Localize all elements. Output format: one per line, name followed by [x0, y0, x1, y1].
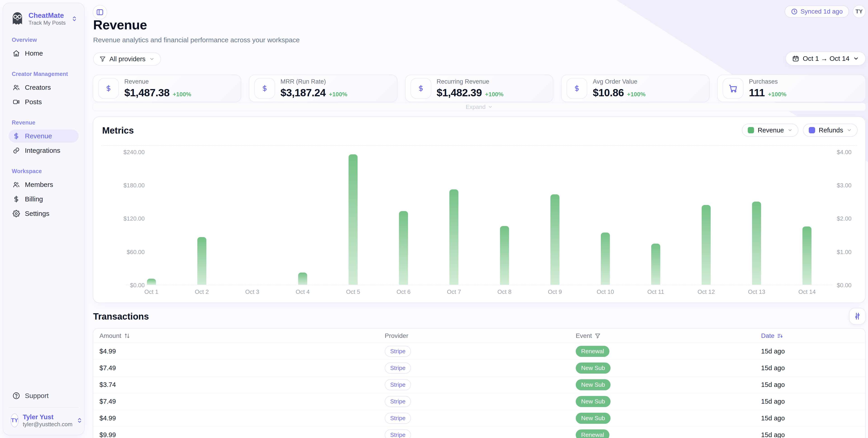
metrics-title: Metrics: [102, 125, 134, 135]
revenue-swatch-icon: [748, 127, 754, 133]
dollar-icon: [254, 78, 275, 99]
provider-filter-label: All providers: [110, 55, 146, 63]
revenue-dashboard: CheatMate Track My Posts OverviewHomeCre…: [0, 0, 868, 438]
table-row[interactable]: $9.99StripeRenewal15d ago: [93, 427, 865, 438]
event-cell: New Sub: [576, 379, 761, 390]
dollar-icon: [566, 78, 587, 99]
sidebar-item-revenue[interactable]: Revenue: [8, 129, 79, 143]
provider-filter-dropdown[interactable]: All providers: [93, 53, 161, 66]
revenue-bar-oct-1[interactable]: [147, 279, 156, 285]
user-menu[interactable]: TY Tyler Yust tyler@yusttech.com: [8, 407, 79, 429]
sidebar-item-integrations[interactable]: Integrations: [8, 144, 79, 157]
sidebar-item-settings[interactable]: Settings: [8, 207, 79, 220]
stat-value-row: $10.86+100%: [593, 87, 645, 99]
revenue-bar-oct-9[interactable]: [550, 194, 559, 285]
stat-card-recurring-revenue[interactable]: Recurring Revenue$1,482.39+100%: [405, 74, 554, 102]
table-settings-button[interactable]: [849, 308, 866, 324]
event-badge: New Sub: [576, 363, 611, 374]
y-axis-tick: $4.00: [837, 149, 857, 156]
expand-stats-button[interactable]: Expand: [93, 103, 866, 111]
sidebar-item-posts[interactable]: Posts: [8, 95, 79, 108]
date-cell: 15d ago: [761, 431, 865, 438]
stat-delta-badge: +100%: [485, 91, 504, 98]
sort-up-down-icon: [124, 333, 130, 339]
synced-status-pill[interactable]: Synced 1d ago: [784, 5, 849, 18]
chevrons-up-down-icon: [76, 417, 83, 423]
revenue-bar-oct-12[interactable]: [702, 205, 711, 285]
series-selector-revenue[interactable]: Revenue: [742, 124, 798, 137]
date-range-picker[interactable]: Oct 1 → Oct 14: [785, 52, 866, 66]
stat-body: Recurring Revenue$1,482.39+100%: [437, 78, 504, 99]
amount-cell: $4.99: [99, 414, 385, 422]
chart-slot-oct-13: Oct 13: [732, 152, 782, 285]
table-row[interactable]: $7.49StripeNew Sub15d ago: [93, 393, 865, 410]
expand-label: Expand: [466, 103, 486, 111]
revenue-bar-oct-10[interactable]: [601, 232, 610, 285]
sidebar-item-billing[interactable]: Billing: [8, 193, 79, 206]
provider-badge[interactable]: Stripe: [385, 363, 411, 374]
column-header-event[interactable]: Event: [576, 332, 761, 340]
sidebar-item-home[interactable]: Home: [8, 47, 79, 60]
revenue-bar-oct-8[interactable]: [500, 226, 509, 285]
sidebar-item-members[interactable]: Members: [8, 178, 79, 191]
revenue-bar-oct-4[interactable]: [298, 273, 307, 285]
table-row[interactable]: $4.99StripeNew Sub15d ago: [93, 410, 865, 427]
amount-cell: $7.49: [99, 364, 385, 372]
nav-section-revenue: RevenueRevenueIntegrations: [8, 119, 79, 157]
x-axis-label: Oct 1: [126, 288, 177, 295]
stat-body: Revenue$1,487.38+100%: [124, 78, 191, 99]
stat-card-revenue[interactable]: Revenue$1,487.38+100%: [93, 74, 241, 102]
series-selector-refunds[interactable]: Refunds: [803, 124, 858, 137]
date-cell: 15d ago: [761, 364, 865, 372]
stats-row: Revenue$1,487.38+100%MRR (Run Rate)$3,18…: [93, 74, 866, 102]
provider-cell: Stripe: [385, 363, 576, 374]
chevron-down-icon: [149, 56, 155, 62]
revenue-bar-oct-14[interactable]: [802, 226, 811, 285]
stat-card-avg-order-value[interactable]: Avg Order Value$10.86+100%: [561, 74, 710, 102]
chart-slot-oct-9: Oct 9: [530, 152, 580, 285]
series-label: Refunds: [819, 127, 843, 134]
chart-series-selectors: Revenue Refunds: [742, 124, 858, 137]
stat-label: Purchases: [749, 78, 786, 85]
chart-slot-oct-12: Oct 12: [681, 152, 732, 285]
stat-label: MRR (Run Rate): [281, 78, 347, 85]
chevron-down-icon: [853, 56, 859, 61]
provider-badge[interactable]: Stripe: [385, 396, 411, 407]
stat-card-mrr-run-rate-[interactable]: MRR (Run Rate)$3,187.24+100%: [249, 74, 397, 102]
provider-badge[interactable]: Stripe: [385, 430, 411, 438]
x-axis-label: Oct 10: [580, 288, 630, 295]
table-row[interactable]: $3.74StripeNew Sub15d ago: [93, 377, 865, 393]
stat-card-purchases[interactable]: Purchases111+100%: [717, 74, 866, 102]
provider-badge[interactable]: Stripe: [385, 346, 411, 357]
sidebar-item-support[interactable]: Support: [8, 389, 79, 402]
revenue-bar-oct-7[interactable]: [450, 189, 458, 285]
revenue-bar-oct-13[interactable]: [752, 201, 761, 285]
x-axis-label: Oct 11: [630, 288, 681, 295]
stat-delta-badge: +100%: [329, 91, 347, 98]
sidebar-item-label: Revenue: [25, 132, 52, 140]
table-row[interactable]: $7.49StripeNew Sub15d ago: [93, 360, 865, 377]
revenue-bar-oct-11[interactable]: [651, 244, 660, 285]
provider-badge[interactable]: Stripe: [385, 379, 411, 390]
revenue-bar-oct-6[interactable]: [399, 211, 408, 285]
sidebar-item-label: Billing: [25, 195, 43, 203]
sidebar-item-creators[interactable]: Creators: [8, 81, 79, 94]
revenue-bar-oct-2[interactable]: [197, 237, 206, 285]
table-row[interactable]: $4.99StripeRenewal15d ago: [93, 343, 865, 360]
column-header-date[interactable]: Date: [761, 332, 865, 340]
chevrons-up-down-icon: [71, 16, 77, 22]
x-axis-label: Oct 7: [429, 288, 479, 295]
column-header-provider[interactable]: Provider: [385, 332, 576, 340]
column-header-amount[interactable]: Amount: [99, 332, 385, 340]
y-axis-right: $0.00$1.00$2.00$3.00$4.00: [837, 152, 857, 285]
sidebar-item-label: Support: [25, 392, 49, 400]
provider-badge[interactable]: Stripe: [385, 413, 411, 424]
users-icon: [13, 84, 20, 91]
event-cell: Renewal: [576, 430, 761, 438]
workspace-switcher[interactable]: CheatMate Track My Posts: [8, 11, 79, 26]
revenue-bar-oct-5[interactable]: [348, 154, 358, 285]
avatar[interactable]: TY: [852, 5, 866, 18]
gear-icon: [13, 210, 20, 217]
sidebar-item-label: Creators: [25, 84, 51, 91]
chart-top-gridline: [101, 145, 857, 146]
